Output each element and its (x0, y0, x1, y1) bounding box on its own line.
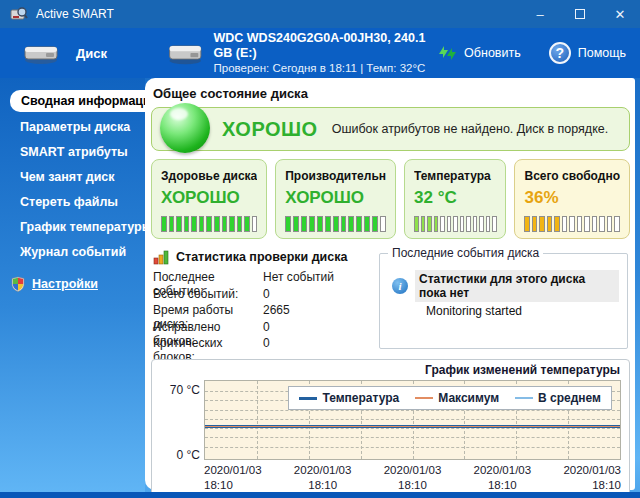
sidebar-item[interactable]: Сводная информация (10, 90, 145, 112)
help-icon: ? (549, 42, 571, 64)
bar-segment (486, 216, 491, 232)
drive-status: Проверен: Сегодня в 18:11 | Темп: 32°C (214, 61, 439, 76)
bar-segment (285, 216, 291, 232)
segment-bar (414, 216, 496, 232)
stat-value: 0 (263, 320, 270, 337)
segment-bar (161, 216, 257, 232)
bar-segment (532, 216, 538, 232)
series-line-2 (205, 426, 620, 428)
maximize-button[interactable] (560, 0, 600, 28)
bar-segment (293, 216, 299, 232)
bar-segment (569, 216, 575, 232)
status-card: Температура32 °C (404, 159, 506, 239)
card-value: ХОРОШО (285, 188, 386, 208)
bar-segment (466, 216, 471, 232)
refresh-icon (438, 45, 458, 61)
bar-segment (191, 216, 197, 232)
legend-label: В среднем (538, 391, 601, 405)
help-button[interactable]: ? Помощь (549, 42, 626, 64)
recent-events-group: Последние события диска i Статистики для… (379, 253, 628, 349)
legend-swatch (515, 397, 533, 399)
bar-segment (547, 216, 553, 232)
event-entry[interactable]: i Статистики для этого диска пока нет Mo… (380, 254, 627, 318)
window-bottom-border (0, 492, 640, 498)
y-axis-label-bottom: 0 °C (156, 448, 200, 462)
bar-segment (301, 216, 307, 232)
bar-segment (206, 216, 212, 232)
info-icon: i (392, 278, 408, 294)
sidebar-item[interactable]: Чем занят диск (0, 164, 145, 189)
status-card: ПроизводительнХОРОШО (275, 159, 396, 239)
card-title: Здоровье диска (161, 169, 257, 183)
event-entry-title: Статистики для этого диска пока нет (415, 270, 619, 302)
close-icon: ✕ (615, 7, 626, 22)
bar-segment (333, 216, 339, 232)
minimize-icon: – (536, 7, 543, 22)
close-button[interactable]: ✕ (600, 0, 640, 28)
bar-segment (440, 216, 445, 232)
section-title: Общее состояние диска (153, 86, 630, 101)
overall-message: Ошибок атрибутов не найдено. Диск в поря… (332, 122, 609, 136)
bar-segment (539, 216, 545, 232)
x-axis-labels: 2020/01/0318:102020/01/0318:102020/01/03… (204, 463, 621, 494)
stat-value: 0 (263, 336, 270, 353)
sidebar-item[interactable]: Параметры диска (0, 114, 145, 139)
app-icon (10, 6, 28, 22)
refresh-label: Обновить (464, 46, 521, 60)
bar-segment (214, 216, 220, 232)
x-axis-label: 2020/01/0318:10 (204, 463, 262, 494)
sidebar: Сводная информацияПараметры дискаSMART а… (0, 78, 145, 492)
bar-segment (421, 216, 426, 232)
stat-label: Критических блоков: (153, 336, 263, 353)
x-axis-label: 2020/01/0318:10 (384, 463, 442, 494)
card-title: Температура (414, 169, 496, 183)
refresh-button[interactable]: Обновить (438, 45, 521, 61)
bar-segment (348, 216, 354, 232)
minimize-button[interactable]: – (520, 0, 560, 28)
chart-legend: ТемператураМаксимумВ среднем (288, 386, 612, 410)
bar-segment (325, 216, 331, 232)
sidebar-items: Сводная информацияПараметры дискаSMART а… (0, 90, 145, 264)
x-axis-label: 2020/01/0318:10 (294, 463, 352, 494)
stat-row: Критических блоков:0 (153, 336, 373, 353)
stat-row: Последнее событие:Нет событий (153, 270, 373, 287)
x-axis-label: 2020/01/0318:10 (474, 463, 532, 494)
bar-segment (341, 216, 347, 232)
stat-value: 2665 (263, 303, 290, 320)
drive-info[interactable]: WDC WDS240G2G0A-00JH30, 240.1 GB (E:) Пр… (167, 31, 438, 76)
bar-segment (460, 216, 465, 232)
hard-drive-icon (22, 41, 60, 65)
shield-icon (10, 276, 26, 292)
disk-check-statistics: Статистика проверки диска Последнее собы… (151, 247, 377, 351)
sidebar-item[interactable]: SMART атрибуты (0, 139, 145, 164)
overall-status: ХОРОШО (222, 118, 318, 141)
legend-item: Максимум (415, 391, 499, 405)
sidebar-item[interactable]: Журнал событий (0, 239, 145, 264)
drive-name: WDC WDS240G2G0A-00JH30, 240.1 GB (E:) (214, 31, 439, 61)
events-title: Последние события диска (388, 246, 543, 260)
status-cards: Здоровье дискаХОРОШОПроизводительнХОРОШО… (151, 159, 630, 239)
bar-chart-icon (153, 249, 170, 265)
bar-segment (427, 216, 432, 232)
drive-icon (167, 39, 204, 67)
bar-segment (161, 216, 167, 232)
sidebar-item[interactable]: График температуры (0, 214, 145, 239)
stat-row: Исправлено блоков:0 (153, 320, 373, 337)
bar-segment (614, 216, 620, 232)
disk-button[interactable]: Диск (22, 41, 107, 65)
segment-bar (524, 216, 620, 232)
maximize-icon (575, 9, 585, 19)
legend-swatch (415, 397, 433, 399)
legend-swatch (299, 397, 317, 400)
bar-segment (592, 216, 598, 232)
bar-segment (317, 216, 323, 232)
help-label: Помощь (578, 46, 626, 60)
sidebar-item-settings[interactable]: Настройки (0, 276, 145, 292)
bar-segment (184, 216, 190, 232)
sidebar-item[interactable]: Стереть файлы (0, 189, 145, 214)
event-entry-detail: Monitoring started (426, 304, 619, 318)
bar-segment (479, 216, 484, 232)
bar-segment (473, 216, 478, 232)
bar-segment (554, 216, 560, 232)
v-gridline (257, 381, 258, 459)
